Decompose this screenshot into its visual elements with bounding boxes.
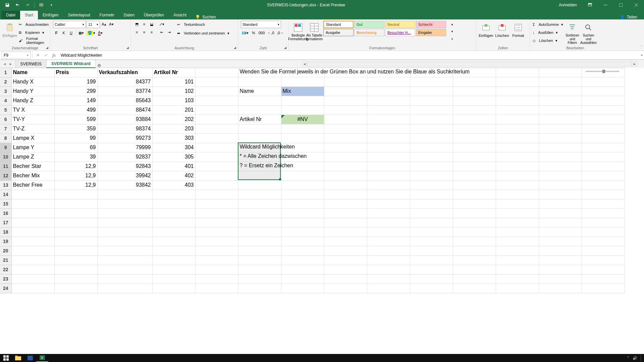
cell-B22[interactable]: [54, 265, 97, 274]
cell-L8[interactable]: [496, 133, 539, 143]
cell-J2[interactable]: [410, 77, 453, 86]
autosum-button[interactable]: Σ AutoSumme ▾: [533, 21, 563, 28]
cell-K17[interactable]: [453, 218, 496, 227]
cell-L20[interactable]: [496, 246, 539, 255]
cell-K24[interactable]: [453, 284, 496, 293]
cell-D20[interactable]: [152, 246, 195, 255]
cell-K22[interactable]: [453, 265, 496, 274]
cell-N21[interactable]: [582, 255, 625, 265]
add-sheet-button[interactable]: ⊕: [95, 63, 103, 68]
cell-F12[interactable]: [238, 171, 281, 180]
styles-more-icon[interactable]: ▾: [449, 36, 455, 42]
cell-D6[interactable]: 202: [152, 115, 195, 124]
cell-D17[interactable]: [152, 218, 195, 227]
fill-color-button[interactable]: 🪣▾: [86, 29, 96, 36]
styles-up-icon[interactable]: ▲: [449, 21, 455, 27]
cell-E7[interactable]: [195, 124, 238, 133]
row-header-2[interactable]: 2: [0, 77, 11, 86]
row-header-15[interactable]: 15: [0, 199, 11, 208]
cell-D8[interactable]: 303: [152, 133, 195, 143]
cell-D13[interactable]: 403: [152, 180, 195, 190]
cell-I5[interactable]: [367, 105, 410, 115]
cell-F19[interactable]: [238, 237, 281, 246]
cell-I11[interactable]: [367, 162, 410, 171]
cell-N12[interactable]: [582, 171, 625, 180]
cell-J20[interactable]: [410, 246, 453, 255]
cell-G6[interactable]: #NV: [281, 115, 324, 124]
tab-insert[interactable]: Einfügen: [38, 11, 63, 19]
cell-E22[interactable]: [195, 265, 238, 274]
cell-A12[interactable]: Becher Mix: [11, 171, 54, 180]
cell-B16[interactable]: [54, 208, 97, 218]
row-header-5[interactable]: 5: [0, 105, 11, 115]
cell-J11[interactable]: [410, 162, 453, 171]
cell-B21[interactable]: [54, 255, 97, 265]
cell-K4[interactable]: [453, 96, 496, 105]
cell-C4[interactable]: 85643: [97, 96, 152, 105]
style-berechnung[interactable]: Berechnung: [354, 29, 384, 36]
ribbon-options-icon[interactable]: [582, 0, 598, 10]
cell-F6[interactable]: Artikel Nr: [238, 115, 281, 124]
formula-input[interactable]: Wildcard Möglichkeiten: [58, 52, 644, 59]
cell-E8[interactable]: [195, 133, 238, 143]
cell-L17[interactable]: [496, 218, 539, 227]
cell-E10[interactable]: [195, 152, 238, 162]
cell-N23[interactable]: [582, 274, 625, 284]
style-schlecht[interactable]: Schlecht: [416, 21, 446, 28]
cell-C6[interactable]: 93884: [97, 115, 152, 124]
cell-A5[interactable]: TV X: [11, 105, 54, 115]
cell-E20[interactable]: [195, 246, 238, 255]
cell-M8[interactable]: [539, 133, 582, 143]
cell-N4[interactable]: [582, 96, 625, 105]
cell-I21[interactable]: [367, 255, 410, 265]
cell-B20[interactable]: [54, 246, 97, 255]
cell-F24[interactable]: [238, 284, 281, 293]
decrease-decimal-icon[interactable]: ,0→: [276, 29, 285, 36]
cell-L4[interactable]: [496, 96, 539, 105]
cell-E13[interactable]: [195, 180, 238, 190]
cell-C13[interactable]: 93842: [97, 180, 152, 190]
cell-E16[interactable]: [195, 208, 238, 218]
cell-M3[interactable]: [539, 86, 582, 96]
cell-I13[interactable]: [367, 180, 410, 190]
cell-N10[interactable]: [582, 152, 625, 162]
maximize-button[interactable]: [613, 0, 629, 10]
account-link[interactable]: Anmelden: [553, 3, 582, 7]
cell-E12[interactable]: [195, 171, 238, 180]
row-header-10[interactable]: 10: [0, 152, 11, 162]
cell-I8[interactable]: [367, 133, 410, 143]
row-header-12[interactable]: 12: [0, 171, 11, 180]
cell-H5[interactable]: [324, 105, 367, 115]
cell-A21[interactable]: [11, 255, 54, 265]
expand-formula-bar-icon[interactable]: ▾: [641, 53, 643, 57]
cell-B2[interactable]: 199: [54, 77, 97, 86]
row-header-6[interactable]: 6: [0, 115, 11, 124]
row-header-18[interactable]: 18: [0, 227, 11, 237]
merge-center-button[interactable]: ⬌ Verbinden und zentrieren ▾: [177, 29, 229, 37]
cell-C19[interactable]: [97, 237, 152, 246]
cell-H16[interactable]: [324, 208, 367, 218]
number-launcher-icon[interactable]: ◢: [283, 45, 287, 50]
grow-font-icon[interactable]: A▴: [101, 21, 107, 27]
cell-I10[interactable]: [367, 152, 410, 162]
cell-G23[interactable]: [281, 274, 324, 284]
cell-C18[interactable]: [97, 227, 152, 237]
excel-taskbar-icon[interactable]: X: [36, 354, 48, 362]
cell-E24[interactable]: [195, 284, 238, 293]
insert-cells-button[interactable]: Einfügen: [479, 21, 493, 39]
row-header-4[interactable]: 4: [0, 96, 11, 105]
cell-C10[interactable]: 92837: [97, 152, 152, 162]
close-button[interactable]: [629, 0, 644, 10]
row-header-19[interactable]: 19: [0, 237, 11, 246]
cell-F17[interactable]: [238, 218, 281, 227]
cell-M24[interactable]: [539, 284, 582, 293]
cell-J13[interactable]: [410, 180, 453, 190]
cell-K19[interactable]: [453, 237, 496, 246]
cell-B1[interactable]: Preis: [54, 68, 97, 77]
cell-L10[interactable]: [496, 152, 539, 162]
cell-A17[interactable]: [11, 218, 54, 227]
orientation-icon[interactable]: ⤢▾: [158, 21, 165, 27]
cell-C8[interactable]: 99273: [97, 133, 152, 143]
cell-C16[interactable]: [97, 208, 152, 218]
cell-N6[interactable]: [582, 115, 625, 124]
